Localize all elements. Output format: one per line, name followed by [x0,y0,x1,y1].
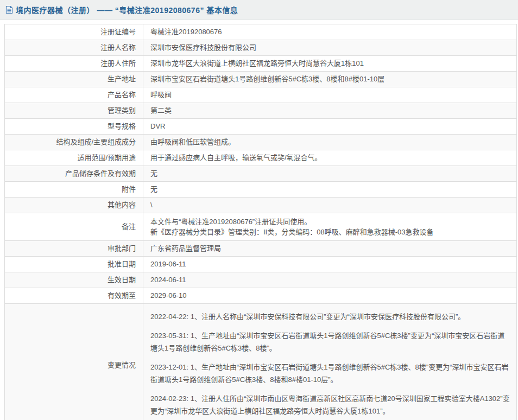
table-row-management-category: 管理类别 第二类 [5,103,517,119]
document-icon [5,5,13,14]
row-value: 呼吸阀 [143,87,517,103]
row-label: 变更情况 [5,304,143,420]
row-value: DVR [143,119,517,135]
table-row-storage-conditions: 产品储存条件及有效期 无 [5,166,517,182]
table-row-change-history: 变更情况 2022-04-22: 1、注册人名称由“深圳市安保科技有限公司”变更… [5,304,517,420]
row-value: 2024-06-11 [143,272,517,288]
row-value: 无 [143,182,517,198]
table-row-registrant-address: 注册人住所 深圳市龙华区大浪街道上横朗社区福龙路旁恒大时尚慧谷大厦1栋101 [5,56,517,72]
row-value: 广东省药品监督管理局 [143,241,517,257]
row-label: 生产地址 [5,72,143,87]
row-label: 管理类别 [5,103,143,119]
table-row-structure-composition: 结构及组成/主要组成成分 由呼吸阀和低压软管组成。 [5,135,517,150]
table-row-registration-number: 注册证编号 粤械注准20192080676 [5,24,517,40]
change-entry: 2022-04-22: 1、注册人名称由“深圳市安保科技有限公司”变更为“深圳市… [150,310,511,323]
row-label: 批准日期 [5,257,143,272]
row-value: 2029-06-10 [143,288,517,304]
page-title: 境内医疗器械（注册） —— “粤械注准20192080676” 基本信息 [16,4,238,15]
table-row-model-spec: 型号规格 DVR [5,119,517,135]
table-row-attachments: 附件 无 [5,182,517,198]
row-value: 粤械注准20192080676 [143,24,517,40]
row-value: 深圳市宝安区石岩街道塘头1号路创维创新谷5#C栋3楼、8楼和8#楼01-10层 [143,72,517,87]
table-row-product-name: 产品名称 呼吸阀 [5,87,517,103]
remark-line: 新《医疗器械分类目录》管理类别：II类，分类编码：08呼吸、麻醉和急救器械-03… [150,227,511,237]
row-value: 本文件与“粤械注准20192080676”注册证共同使用。 新《医疗器械分类目录… [143,213,517,241]
row-label: 型号规格 [5,119,143,135]
table-row-registrant-name: 注册人名称 深圳市安保医疗科技股份有限公司 [5,40,517,56]
row-value: 由呼吸阀和低压软管组成。 [143,135,517,150]
change-entry: 2024-02-23: 1、注册人住所由“深圳市南山区粤海街道高新区社区高新南七… [150,392,511,417]
table-row-approval-department: 审批部门 广东省药品监督管理局 [5,241,517,257]
row-label: 其他内容 [5,198,143,213]
row-label: 有效期至 [5,288,143,304]
row-label: 审批部门 [5,241,143,257]
row-value: \ [143,198,517,213]
row-label: 结构及组成/主要组成成分 [5,135,143,150]
row-value: 深圳市安保医疗科技股份有限公司 [143,40,517,56]
table-row-intended-use: 适用范围/预期用途 用于通过感应病人自主呼吸，输送氧气或笑/氧混合气。 [5,150,517,166]
row-label: 注册证编号 [5,24,143,40]
table-row-other-content: 其他内容 \ [5,198,517,213]
row-label: 备注 [5,213,143,241]
row-label: 产品储存条件及有效期 [5,166,143,182]
page-header: 境内医疗器械（注册） —— “粤械注准20192080676” 基本信息 [0,0,518,20]
row-value: 2019-06-11 [143,257,517,272]
row-label: 附件 [5,182,143,198]
row-value: 用于通过感应病人自主呼吸，输送氧气或笑/氧混合气。 [143,150,517,166]
row-value: 2022-04-22: 1、注册人名称由“深圳市安保科技有限公司”变更为“深圳市… [143,304,517,420]
table-row-remarks: 备注 本文件与“粤械注准20192080676”注册证共同使用。 新《医疗器械分… [5,213,517,241]
table-row-effective-date: 生效日期 2024-06-11 [5,272,517,288]
row-label: 注册人住所 [5,56,143,72]
content-area: 注册证编号 粤械注准20192080676 注册人名称 深圳市安保医疗科技股份有… [0,20,518,420]
row-label: 产品名称 [5,87,143,103]
table-row-expiry-date: 有效期至 2029-06-10 [5,288,517,304]
row-label: 注册人名称 [5,40,143,56]
table-row-production-address: 生产地址 深圳市宝安区石岩街道塘头1号路创维创新谷5#C栋3楼、8楼和8#楼01… [5,72,517,87]
row-value: 深圳市龙华区大浪街道上横朗社区福龙路旁恒大时尚慧谷大厦1栋101 [143,56,517,72]
change-entry: 2023-05-31: 1、生产地址由“深圳市宝安区石岩街道塘头1号路创维创新谷… [150,329,511,354]
row-value: 无 [143,166,517,182]
row-label: 适用范围/预期用途 [5,150,143,166]
table-row-approval-date: 批准日期 2019-06-11 [5,257,517,272]
registration-info-table: 注册证编号 粤械注准20192080676 注册人名称 深圳市安保医疗科技股份有… [4,24,517,420]
change-entry: 2023-12-01: 1、生产地址由“深圳市宝安区石岩街道塘头1号路创维创新谷… [150,361,511,386]
row-value: 第二类 [143,103,517,119]
row-label: 生效日期 [5,272,143,288]
remark-line: 本文件与“粤械注准20192080676”注册证共同使用。 [150,217,511,227]
